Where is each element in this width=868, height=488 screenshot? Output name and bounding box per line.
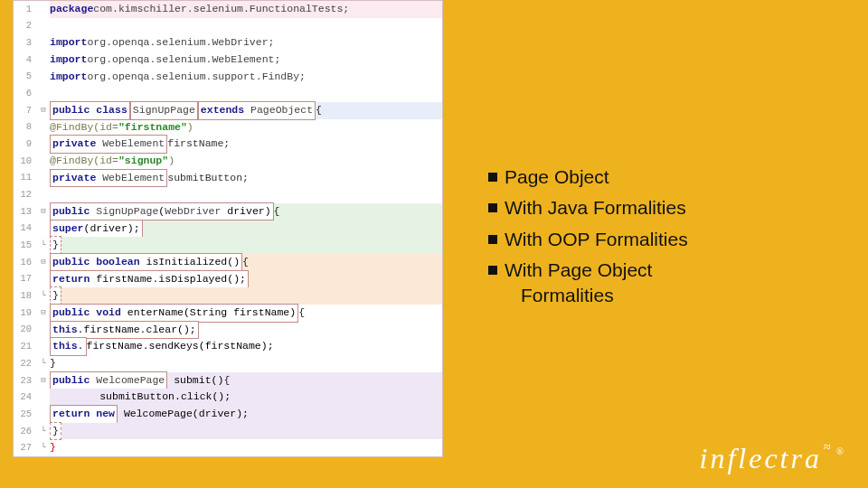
fold-gutter-icon	[37, 338, 50, 355]
code-source	[50, 18, 442, 35]
line-number: 17	[14, 271, 37, 288]
bullet-item: With Java Formalities	[488, 195, 850, 221]
bullet-text: Page Object	[505, 164, 609, 190]
line-number: 12	[14, 186, 37, 203]
code-line: 19⊟ public void enterName(String firstNa…	[14, 305, 442, 322]
code-source: public void enterName(String firstName){	[50, 305, 442, 322]
fold-gutter-icon: ⊟	[37, 102, 50, 119]
bullet-text: With Java Formalities	[505, 195, 686, 221]
fold-gutter-icon	[37, 322, 50, 339]
fold-gutter-icon	[37, 170, 50, 187]
fold-gutter-icon: ⊟	[37, 305, 50, 322]
code-line: 5import org.openqa.selenium.support.Find…	[14, 69, 442, 86]
logo-swoosh-icon: ≈	[824, 440, 834, 455]
code-line: 20 this.firstName.clear();	[14, 322, 442, 339]
code-source: submitButton.click();	[50, 389, 442, 406]
fold-gutter-icon: ⊟	[37, 372, 50, 389]
code-line: 6	[14, 85, 442, 102]
line-number: 25	[14, 406, 37, 423]
line-number: 20	[14, 322, 37, 339]
code-line: 22└ }	[14, 355, 442, 372]
code-source: import org.openqa.selenium.WebElement;	[50, 52, 442, 69]
code-line: 23⊟ public WelcomePage submit(){	[14, 372, 442, 389]
code-source: this.firstName.sendKeys(firstName);	[50, 338, 442, 355]
code-source: }	[50, 237, 442, 254]
code-source	[50, 186, 442, 203]
code-source: }	[50, 355, 442, 372]
fold-gutter-icon	[37, 389, 50, 406]
bullet-text: With Page ObjectFormalities	[505, 258, 652, 309]
bullet-item: With OOP Formalities	[488, 227, 850, 252]
fold-gutter-icon	[37, 34, 50, 52]
code-line: 9 private WebElement firstName;	[14, 136, 442, 153]
fold-gutter-icon: └	[37, 439, 50, 456]
code-source: super(driver);	[50, 221, 442, 238]
line-number: 26	[14, 423, 37, 440]
fold-gutter-icon	[37, 153, 50, 170]
code-source: public boolean isInitialized() {	[50, 254, 442, 271]
code-line: 18└ }	[14, 287, 442, 305]
bullet-icon	[488, 203, 497, 212]
code-source: public class SignUpPage extends PageObje…	[50, 102, 442, 119]
code-line: 26└ }	[14, 423, 442, 440]
fold-gutter-icon	[37, 221, 50, 238]
logo-registered-icon: ®	[836, 446, 846, 456]
code-source: this.firstName.clear();	[50, 322, 442, 339]
code-source: @FindBy(id="signup")	[50, 153, 442, 170]
line-number: 15	[14, 237, 37, 254]
fold-gutter-icon	[37, 271, 50, 288]
line-number: 14	[14, 221, 37, 238]
code-line: 13⊟ public SignUpPage(WebDriver driver) …	[14, 203, 442, 221]
code-source: return new WelcomePage(driver);	[50, 406, 442, 423]
code-line: 10 @FindBy(id="signup")	[14, 153, 442, 170]
fold-gutter-icon	[37, 85, 50, 102]
code-line: 16⊟ public boolean isInitialized() {	[14, 254, 442, 271]
fold-gutter-icon: └	[37, 287, 50, 305]
line-number: 24	[14, 389, 37, 406]
line-number: 4	[14, 52, 37, 69]
code-source: import org.openqa.selenium.support.FindB…	[50, 69, 442, 86]
code-source: package com.kimschiller.selenium.Functio…	[50, 1, 442, 18]
code-source: return firstName.isDisplayed();	[50, 271, 442, 288]
fold-gutter-icon: └	[37, 423, 50, 440]
bullet-icon	[488, 235, 497, 244]
bullet-icon	[488, 173, 497, 182]
code-line: 21 this.firstName.sendKeys(firstName);	[14, 338, 442, 355]
fold-gutter-icon	[37, 136, 50, 153]
logo-text: inflectra	[700, 442, 822, 475]
bullet-list: Page Object With Java Formalities With O…	[488, 164, 850, 314]
fold-gutter-icon: ⊟	[37, 254, 50, 271]
fold-gutter-icon: └	[37, 355, 50, 372]
code-line: 25 return new WelcomePage(driver);	[14, 406, 442, 423]
line-number: 9	[14, 136, 37, 153]
code-source: }	[50, 287, 442, 305]
code-source: private WebElement submitButton;	[50, 170, 442, 187]
line-number: 27	[14, 439, 37, 456]
logo: inflectra ≈ ®	[700, 442, 846, 475]
line-number: 22	[14, 355, 37, 372]
code-line: 3import org.openqa.selenium.WebDriver;	[14, 34, 442, 52]
line-number: 6	[14, 85, 37, 102]
bullet-text: With OOP Formalities	[505, 227, 688, 252]
line-number: 16	[14, 254, 37, 271]
code-line: 7⊟public class SignUpPage extends PageOb…	[14, 102, 442, 119]
bullet-item: With Page ObjectFormalities	[488, 258, 850, 309]
line-number: 2	[14, 18, 37, 35]
code-source: import org.openqa.selenium.WebDriver;	[50, 34, 442, 52]
line-number: 13	[14, 203, 37, 221]
fold-gutter-icon	[37, 1, 50, 18]
fold-gutter-icon	[37, 406, 50, 423]
code-line: 15└ }	[14, 237, 442, 254]
fold-gutter-icon	[37, 18, 50, 35]
code-line: 12	[14, 186, 442, 203]
code-line: 2	[14, 18, 442, 35]
code-source	[50, 85, 442, 102]
code-source: public WelcomePage submit(){	[50, 372, 442, 389]
line-number: 18	[14, 287, 37, 305]
code-line: 1package com.kimschiller.selenium.Functi…	[14, 1, 442, 18]
line-number: 5	[14, 69, 37, 86]
code-source: public SignUpPage(WebDriver driver) {	[50, 203, 442, 221]
fold-gutter-icon: ⊟	[37, 203, 50, 221]
line-number: 21	[14, 338, 37, 355]
code-line: 8 @FindBy(id="firstname")	[14, 119, 442, 136]
